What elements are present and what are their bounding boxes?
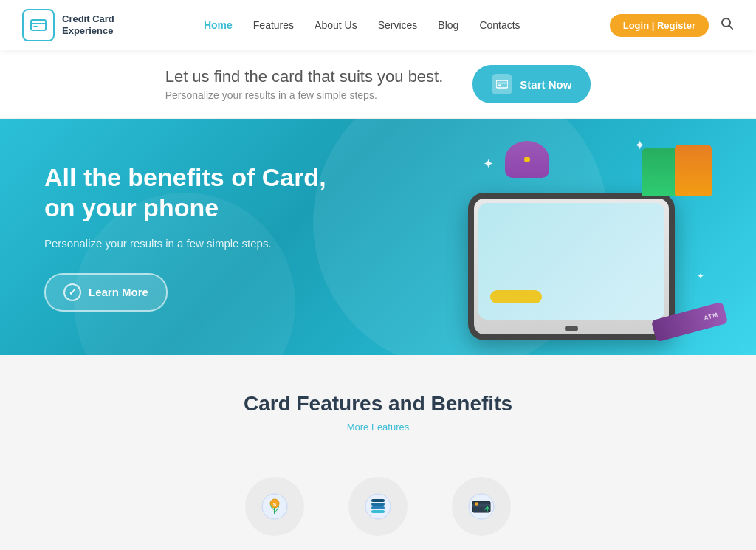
nav-item-blog[interactable]: Blog — [438, 18, 458, 32]
logo-icon — [22, 9, 55, 41]
features-icons: $ — [44, 477, 712, 536]
svg-rect-16 — [371, 499, 385, 502]
nav-right: Login | Register — [610, 14, 734, 37]
login-register-button[interactable]: Login | Register — [610, 14, 709, 37]
nav-link-about[interactable]: About Us — [315, 19, 357, 31]
sparkle-2-icon: ✦ — [483, 156, 494, 172]
svg-rect-2 — [33, 26, 38, 27]
start-now-button[interactable]: Start Now — [472, 65, 591, 103]
check-circle-icon: ✓ — [63, 283, 81, 301]
nav-item-contacts[interactable]: Contacts — [479, 18, 520, 32]
nav-links: Home Features About Us Services Blog Con… — [204, 18, 520, 32]
feature-item-plant: $ — [245, 477, 304, 536]
nav-link-features[interactable]: Features — [253, 19, 294, 31]
feature-item-stack — [348, 477, 408, 536]
learn-more-button[interactable]: ✓ Learn More — [44, 273, 168, 312]
more-features-link[interactable]: More Features — [347, 422, 410, 433]
phone-body — [468, 193, 675, 340]
sparkle-1-icon: ✦ — [634, 137, 645, 154]
nav-link-blog[interactable]: Blog — [438, 19, 458, 31]
svg-rect-0 — [31, 20, 46, 30]
svg-text:$: $ — [273, 501, 277, 508]
hero-title: All the benefits of Card, on your phone — [44, 162, 326, 223]
hat-item — [505, 141, 549, 178]
svg-rect-20 — [475, 503, 478, 506]
hero-illustration: ATM ✦ ✦ ✦ — [446, 134, 712, 340]
hero-description: Personalize your results in a few simple… — [44, 235, 326, 252]
logo: Credit Card Experience — [22, 9, 114, 41]
nav-item-features[interactable]: Features — [253, 18, 294, 32]
start-now-label: Start Now — [520, 78, 571, 91]
sparkle-3-icon: ✦ — [697, 271, 704, 281]
svg-rect-5 — [496, 80, 508, 88]
promo-heading: Let us find the card that suits you best… — [165, 67, 444, 86]
search-icon — [721, 17, 734, 30]
promo-text: Let us find the card that suits you best… — [165, 67, 444, 101]
features-title: Card Features and Benefits — [44, 392, 712, 416]
svg-rect-15 — [371, 503, 385, 506]
credit-card-feature-icon — [465, 490, 498, 523]
card-icon — [496, 80, 508, 89]
nav-link-home[interactable]: Home — [204, 19, 233, 31]
orange-bag-item — [675, 145, 712, 196]
svg-rect-14 — [371, 506, 385, 509]
navbar: Credit Card Experience Home Features Abo… — [0, 0, 756, 50]
learn-more-label: Learn More — [89, 286, 148, 298]
nav-item-about[interactable]: About Us — [315, 18, 357, 32]
promo-subtext: Personalize your results in a few simple… — [165, 89, 444, 101]
svg-rect-13 — [371, 510, 385, 513]
nav-item-services[interactable]: Services — [378, 18, 418, 32]
search-icon-button[interactable] — [721, 17, 734, 34]
phone-home-button — [565, 326, 578, 331]
glasses-item — [490, 290, 542, 303]
plant-svg-icon: $ — [261, 493, 288, 520]
stack-icon — [362, 490, 394, 523]
svg-line-4 — [729, 25, 733, 29]
svg-rect-7 — [498, 85, 501, 86]
nav-item-home[interactable]: Home — [204, 18, 233, 32]
feature-item-card — [452, 477, 511, 536]
nav-link-contacts[interactable]: Contacts — [479, 19, 520, 31]
stack-svg-icon — [365, 493, 391, 520]
nav-link-services[interactable]: Services — [378, 19, 418, 31]
promo-bar: Let us find the card that suits you best… — [0, 50, 756, 119]
start-now-icon — [492, 74, 512, 94]
card-svg-icon — [468, 493, 495, 520]
features-section: Card Features and Benefits More Features… — [0, 355, 756, 550]
plant-icon: $ — [258, 490, 291, 523]
hero-section: All the benefits of Card, on your phone … — [0, 119, 756, 355]
hero-content: All the benefits of Card, on your phone … — [44, 162, 326, 312]
logo-text: Credit Card Experience — [62, 13, 114, 36]
